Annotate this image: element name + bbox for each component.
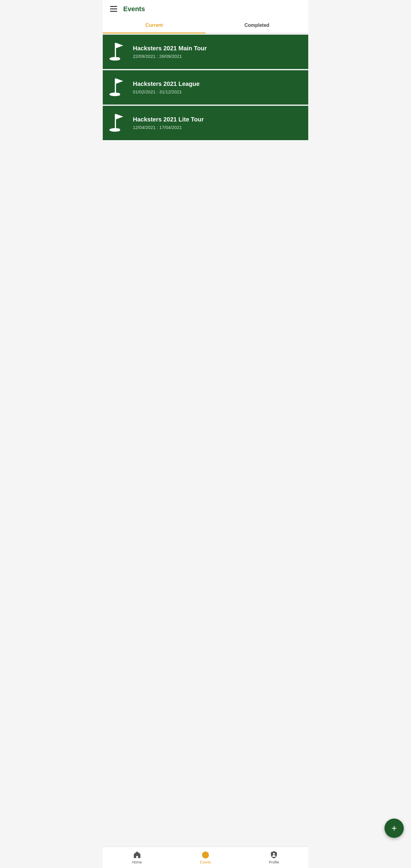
event-card-3[interactable]: Hacksters 2021 Lite Tour 12/04/2021 : 17…	[103, 106, 308, 140]
event-title-1: Hacksters 2021 Main Tour	[133, 45, 302, 52]
event-card-2[interactable]: Hacksters 2021 League 01/02/2021 : 31/12…	[103, 70, 308, 104]
svg-rect-4	[115, 79, 116, 93]
tab-current[interactable]: Current	[103, 18, 205, 33]
hamburger-menu[interactable]	[109, 5, 119, 13]
event-info-3: Hacksters 2021 Lite Tour 12/04/2021 : 17…	[133, 116, 302, 130]
tabs-container: Current Completed	[103, 18, 308, 33]
event-title-2: Hacksters 2021 League	[133, 81, 302, 87]
golf-flag-icon-3	[109, 113, 127, 133]
svg-point-7	[117, 93, 120, 96]
header: Events	[103, 0, 308, 18]
event-title-3: Hacksters 2021 Lite Tour	[133, 116, 302, 123]
svg-marker-1	[116, 43, 123, 48]
events-list: Hacksters 2021 Main Tour 22/09/2021 : 26…	[103, 35, 308, 140]
svg-point-11	[117, 128, 120, 131]
svg-marker-9	[116, 114, 123, 119]
svg-rect-8	[115, 114, 116, 129]
event-info-2: Hacksters 2021 League 01/02/2021 : 31/12…	[133, 81, 302, 94]
golf-flag-icon-2	[109, 77, 127, 98]
svg-marker-5	[116, 79, 123, 84]
event-info-1: Hacksters 2021 Main Tour 22/09/2021 : 26…	[133, 45, 302, 59]
tab-completed[interactable]: Completed	[205, 18, 308, 33]
page-title: Events	[123, 5, 145, 13]
svg-point-3	[117, 57, 120, 60]
svg-rect-0	[115, 43, 116, 58]
event-dates-3: 12/04/2021 : 17/04/2021	[133, 125, 302, 130]
event-dates-1: 22/09/2021 : 26/09/2021	[133, 54, 302, 59]
event-card-1[interactable]: Hacksters 2021 Main Tour 22/09/2021 : 26…	[103, 35, 308, 69]
golf-flag-icon	[109, 41, 127, 62]
event-dates-2: 01/02/2021 : 31/12/2021	[133, 89, 302, 94]
